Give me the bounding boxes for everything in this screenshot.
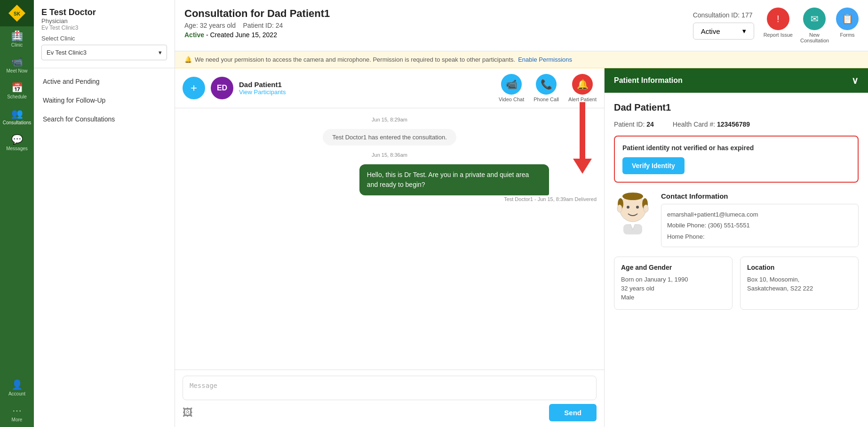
header-actions: ! Report Issue ✉ New Consultation 📋 Form… bbox=[764, 8, 859, 43]
patient-info-header: Patient Information ∨ bbox=[605, 68, 868, 93]
dropdown-arrow-icon: ▾ bbox=[159, 49, 162, 56]
messages-container[interactable]: Jun 15, 8:29am Test Doctor1 has entered … bbox=[175, 108, 604, 370]
outgoing-message: Hello, this is Dr Test. Are you in a pri… bbox=[359, 164, 549, 195]
created-date: Created June 15, 2022 bbox=[210, 31, 277, 39]
sidebar-item-meet-now[interactable]: 📹 Meet Now bbox=[0, 52, 34, 78]
left-panel: E Test Doctor Physician Ev Test Clinic3 … bbox=[34, 0, 175, 427]
health-card-section: Health Card #: 123456789 bbox=[673, 121, 750, 128]
header-left: Consultation for Dad Patient1 Age: 32 ye… bbox=[184, 8, 330, 39]
health-card-label: Health Card #: bbox=[673, 121, 715, 128]
phone-call-button[interactable]: 📞 Phone Call bbox=[534, 74, 559, 102]
clinic-dropdown[interactable]: Ev Test Clinic3 ▾ bbox=[41, 45, 167, 60]
verify-identity-button[interactable]: Verify Identity bbox=[622, 157, 685, 174]
nav-waiting-followup[interactable]: Waiting for Follow-Up bbox=[34, 91, 175, 110]
alert-patient-icon: 🔔 bbox=[572, 74, 593, 95]
sidebar-item-label: Clinic bbox=[11, 42, 23, 48]
svg-point-8 bbox=[617, 205, 622, 212]
status-dropdown[interactable]: Active ▾ bbox=[693, 23, 754, 40]
svg-point-6 bbox=[627, 206, 629, 209]
doctor-name: E Test Doctor bbox=[41, 8, 167, 17]
sidebar-item-label: Consultations bbox=[3, 120, 32, 125]
identity-box: Patient identity not verified or has exp… bbox=[614, 136, 859, 183]
attach-button[interactable]: 🖼 bbox=[183, 407, 193, 419]
header-id-status: Consultation ID: 177 Active ▾ bbox=[693, 11, 754, 40]
report-issue-label: Report Issue bbox=[764, 32, 793, 38]
sidebar-item-account[interactable]: 👤 Account bbox=[0, 375, 34, 401]
permission-emoji: 🔔 bbox=[184, 56, 192, 63]
video-chat-button[interactable]: 📹 Video Chat bbox=[499, 74, 524, 102]
sidebar-item-clinic[interactable]: 🏥 Clinic bbox=[0, 26, 34, 52]
consultation-meta: Age: 32 years old Patient ID: 24 bbox=[184, 22, 330, 29]
svg-point-3 bbox=[622, 193, 643, 200]
alert-patient-label: Alert Patient bbox=[568, 97, 597, 102]
patient-info-title: Patient Information bbox=[614, 76, 683, 85]
nav-search-consultations[interactable]: Search for Consultations bbox=[34, 110, 175, 129]
sidebar-item-consultations[interactable]: 👥 Consultations bbox=[0, 104, 34, 130]
phone-call-label: Phone Call bbox=[534, 97, 559, 102]
contact-mobile: Mobile Phone: (306) 551-5551 bbox=[667, 220, 852, 231]
schedule-icon: 📅 bbox=[11, 83, 23, 92]
chat-toolbar: + ED Dad Patient1 View Participants 📹 Vi… bbox=[175, 68, 604, 108]
participant-avatar: ED bbox=[211, 77, 233, 99]
address-line1: Box 10, Moosomin, bbox=[747, 276, 852, 283]
select-clinic-label: Select Clinic bbox=[41, 35, 167, 42]
sidebar-item-more[interactable]: ⋯ More bbox=[0, 401, 34, 427]
svg-text:SK: SK bbox=[14, 11, 21, 16]
sidebar-item-label: More bbox=[12, 417, 23, 422]
add-icon: + bbox=[191, 81, 197, 95]
video-chat-label: Video Chat bbox=[499, 97, 524, 102]
contact-info-label: Contact Information bbox=[661, 192, 859, 200]
born-row: Born on January 1, 1990 bbox=[621, 276, 725, 283]
svg-point-9 bbox=[644, 205, 648, 212]
nav-active-pending[interactable]: Active and Pending bbox=[34, 72, 175, 91]
collapse-icon[interactable]: ∨ bbox=[852, 75, 859, 86]
chat-input-area: 🖼 Send bbox=[175, 370, 604, 427]
chat-input-footer: 🖼 Send bbox=[183, 404, 597, 421]
system-message: Test Doctor1 has entered the consultatio… bbox=[323, 129, 456, 145]
sidebar: SK 🏥 Clinic 📹 Meet Now 📅 Schedule 👥 Cons… bbox=[0, 0, 34, 427]
permission-banner: 🔔 We need your permission to access the … bbox=[175, 51, 868, 68]
left-panel-nav: Active and Pending Waiting for Follow-Up… bbox=[34, 68, 175, 132]
send-button[interactable]: Send bbox=[549, 404, 597, 421]
header-right: Consultation ID: 177 Active ▾ ! Report I… bbox=[693, 8, 859, 43]
sidebar-item-messages[interactable]: 💬 Messages bbox=[0, 130, 34, 156]
new-consultation-button[interactable]: ✉ New Consultation bbox=[800, 8, 828, 43]
new-consultation-label: New Consultation bbox=[800, 32, 828, 43]
participant-name: Dad Patient1 bbox=[239, 81, 493, 89]
chat-actions: 📹 Video Chat 📞 Phone Call 🔔 Alert Patien… bbox=[499, 74, 597, 102]
lower-section: Age and Gender Born on January 1, 1990 3… bbox=[614, 257, 859, 310]
outgoing-message-wrapper: Hello, this is Dr Test. Are you in a pri… bbox=[359, 164, 597, 202]
patient-age: Age: 32 years old bbox=[184, 22, 236, 29]
alert-patient-button[interactable]: 🔔 Alert Patient bbox=[568, 74, 597, 102]
contact-info-field: emarshall+patient1@lumeca.com Mobile Pho… bbox=[661, 204, 859, 247]
phone-call-icon: 📞 bbox=[536, 74, 557, 95]
forms-icon: 📋 bbox=[836, 8, 859, 30]
message-timestamp-2: Jun 15, 8:36am bbox=[183, 149, 597, 161]
patient-id-section: Patient ID: 24 bbox=[614, 121, 654, 128]
contact-email: emarshall+patient1@lumeca.com bbox=[667, 209, 852, 220]
location-title: Location bbox=[747, 264, 852, 271]
view-participants-link[interactable]: View Participants bbox=[239, 89, 493, 96]
patient-info-body: Dad Patient1 Patient ID: 24 Health Card … bbox=[605, 93, 868, 319]
message-input[interactable] bbox=[183, 376, 597, 400]
forms-label: Forms bbox=[840, 32, 854, 38]
meet-now-icon: 📹 bbox=[11, 57, 23, 66]
permission-text: We need your permission to access the ca… bbox=[195, 56, 515, 63]
enable-permissions-link[interactable]: Enable Permissions bbox=[518, 56, 572, 63]
patient-name-large: Dad Patient1 bbox=[614, 102, 859, 113]
right-panel: Patient Information ∨ Dad Patient1 Patie… bbox=[605, 68, 868, 427]
messages-icon: 💬 bbox=[11, 135, 23, 144]
forms-button[interactable]: 📋 Forms bbox=[836, 8, 859, 38]
doctor-title: Physician bbox=[41, 17, 167, 24]
report-issue-button[interactable]: ! Report Issue bbox=[764, 8, 793, 38]
consultation-status: Active - Created June 15, 2022 bbox=[184, 31, 330, 39]
main-header: Consultation for Dad Patient1 Age: 32 ye… bbox=[175, 0, 868, 51]
sidebar-item-schedule[interactable]: 📅 Schedule bbox=[0, 78, 34, 104]
consultations-icon: 👥 bbox=[11, 109, 23, 118]
sidebar-item-label: Meet Now bbox=[6, 68, 27, 73]
consultation-id: Consultation ID: 177 bbox=[693, 11, 754, 19]
clinic-selected-text: Ev Test Clinic3 bbox=[47, 49, 87, 56]
add-participant-button[interactable]: + bbox=[183, 77, 205, 99]
main-content: Consultation for Dad Patient1 Age: 32 ye… bbox=[175, 0, 868, 427]
chat-area: + ED Dad Patient1 View Participants 📹 Vi… bbox=[175, 68, 605, 427]
